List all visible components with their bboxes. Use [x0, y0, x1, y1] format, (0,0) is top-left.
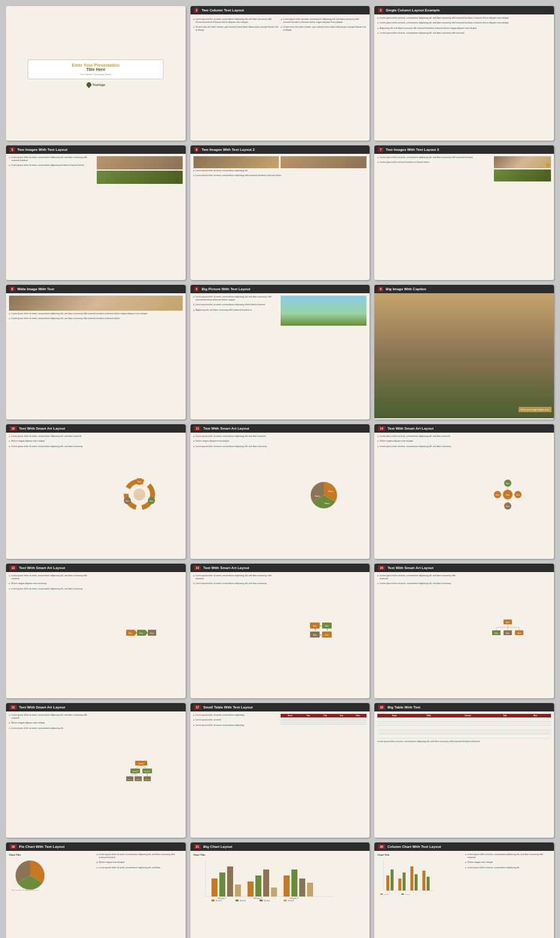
- text-area: •Lorem ipsum dolor sit amet, consectetue…: [193, 169, 367, 180]
- slide-header-18: 18 Big Table With Text: [374, 703, 554, 711]
- bullet-item: •Lorem ipsum dolor sit amet, consectetue…: [377, 22, 551, 26]
- svg-text:Level 3: Level 3: [145, 779, 150, 781]
- pie-chart-svg: ■ Series1 ■ Series2 ■ Series3 ■ Series4: [9, 857, 51, 894]
- flower-icon: [546, 163, 550, 167]
- bullet-item: •Lorem ipsum dolor sit amet tincidunt ut…: [377, 161, 492, 165]
- svg-text:Series1: Series1: [216, 900, 222, 902]
- smart-art: Level 1 Level 2 Level 2 Level 3 Level 3: [97, 714, 183, 834]
- slide-body-19: Chart Title ■ Series1 ■ Series2 ■ Series…: [6, 851, 186, 938]
- caption-overlay: Enter your image caption here: [519, 407, 552, 412]
- slide-title-21: Column Chart With Text Layout: [388, 845, 441, 848]
- bullet-item: •Lorem ipsum dolor sit amet, consectetue…: [97, 853, 183, 860]
- big-table: Enter Table Column Title Here: [377, 714, 551, 739]
- bullet-item: •Lorem ipsum dolor sit amet, consectetue…: [9, 714, 95, 721]
- bullet-item: •Adipiscing elit, sed diam nonummy nibh …: [193, 309, 279, 313]
- svg-rect-108: [398, 879, 401, 891]
- svg-text:Here: Here: [496, 494, 500, 496]
- radial-diagram: Here Here Here Here Here: [492, 478, 525, 511]
- slide-title-7: Wide Image With Text: [17, 287, 54, 291]
- bullet-item: •Lorem ipsum dolor sit amet, consectetue…: [465, 853, 551, 860]
- slide-body-16: •Lorem ipsum dolor sit amet, consectetue…: [6, 711, 186, 836]
- slide-body-6: •Lorem ipsum dolor sit amet, consectetue…: [374, 154, 554, 279]
- text-col: •Lorem ipsum dolor sit amet, consectetue…: [377, 574, 463, 695]
- image-1: [193, 156, 279, 168]
- bullet-item: •Lorem ipsum dolor sit amet, consectetue…: [193, 174, 367, 178]
- slide-number-15: 15: [378, 565, 385, 570]
- bullet-item: •Dolore magna aliquam erat volutpat.: [9, 722, 95, 726]
- text-col: •Lorem ipsum dolor sit amet, consectetue…: [97, 853, 183, 894]
- slide-number-16: 12: [10, 705, 17, 710]
- svg-text:Here: Here: [128, 632, 132, 635]
- svg-line-65: [135, 766, 141, 769]
- table-row: [377, 722, 551, 726]
- svg-text:Series3: Series3: [264, 900, 270, 902]
- svg-text:Category 1: Category 1: [217, 897, 226, 900]
- bullet-item: •Adipiscing elit, sed diam nonummy nibh …: [377, 27, 551, 31]
- bullet-item: •Lorem ipsum dolor sit amet, consectetue…: [193, 714, 279, 718]
- bullet-item: •Lorem ipsum dolor sit amet, consectetue…: [377, 435, 463, 439]
- svg-rect-99: [284, 900, 287, 901]
- bullet-item: •Ut wisi enim ad minim veniam, quis nost…: [281, 26, 367, 33]
- slide-body-2: •Lorem ipsum dolor sit amet, consectetue…: [190, 14, 370, 139]
- image-1: [97, 156, 183, 169]
- svg-text:■ Series1  ■ Series2  ■ Series: ■ Series1 ■ Series2 ■ Series3 ■ Series4: [12, 889, 39, 891]
- smart-art: Here Here Here Here: [465, 574, 551, 695]
- slide-header-19: 19 Pie Chart With Text Layout: [6, 842, 186, 851]
- slide-header-9: 9 Big Image With Caption: [374, 285, 554, 293]
- svg-rect-87: [263, 869, 269, 897]
- bullet-item: •Lorem ipsum dolor sit amet, consectetue…: [193, 296, 279, 303]
- svg-text:Here: Here: [137, 481, 141, 483]
- svg-rect-86: [255, 876, 261, 897]
- svg-text:Here: Here: [506, 505, 510, 508]
- bullet-item: •Dolore magna aliquam erat volutpat.: [9, 440, 95, 444]
- slide-number-12: 14: [378, 426, 385, 431]
- slide-6: 7 Two Images With Text Layout 3 •Lorem i…: [374, 145, 554, 280]
- slide-title-4: Two Images With Text Layout: [17, 148, 67, 151]
- content-grid: Chart Title Series 1: [377, 853, 551, 897]
- smart-art: Here Here Here Here Here: [465, 435, 551, 555]
- svg-text:Here: Here: [149, 500, 153, 502]
- bullet-item: •Lorem ipsum dolor sit amet, consectetue…: [9, 164, 95, 168]
- bullet-item: •Lorem ipsum dolor sit amet, consectetue…: [377, 582, 463, 586]
- svg-text:Here: Here: [506, 483, 510, 485]
- levels-diagram: Level 1 Level 2 Level 2 Level 3 Level 3: [123, 759, 156, 789]
- slide-title-15: Text With Smart Art Layout: [388, 566, 434, 570]
- svg-line-75: [130, 773, 135, 776]
- bullet-item: •Lorem ipsum dolor sit amet, consectetue…: [9, 156, 95, 163]
- svg-text:Series 1: Series 1: [384, 894, 390, 895]
- bullet-item: •Lorem ipsum dolor sit amet, consectetue…: [281, 18, 367, 25]
- big-bar-chart: Series1 Series2 Series3 Series4 Category…: [193, 857, 338, 903]
- bullet-item: •Lorem ipsum dolor sit amet, consectetue…: [193, 724, 279, 728]
- svg-marker-30: [145, 630, 148, 636]
- pie-diagram: Here Here Here: [309, 480, 339, 510]
- slide-title-2: Two Column Text Layout: [201, 8, 243, 12]
- svg-rect-93: [212, 900, 215, 901]
- slide-number-21: 20: [378, 844, 385, 849]
- slide-number-9: 9: [378, 287, 383, 291]
- smart-art: Here Here Here: [281, 435, 367, 555]
- two-col-2: •Lorem ipsum dolor sit amet, consectetue…: [193, 18, 367, 34]
- slide-body-5: •Lorem ipsum dolor sit amet, consectetue…: [190, 154, 370, 279]
- content: •Lorem ipsum dolor sit amet, consectetue…: [193, 156, 367, 180]
- slide-title-5: Two Images With Text Layout 2: [201, 148, 254, 151]
- svg-text:Here: Here: [150, 632, 154, 635]
- chart-title: Chart Title: [377, 853, 463, 856]
- slide-1: Enter Your Presentation Title Here Your …: [6, 6, 186, 141]
- svg-text:Category 2: Category 2: [253, 897, 262, 900]
- slide-number-7: 8: [10, 287, 15, 291]
- slide-header-16: 12 Text With Smart Art Layout: [6, 703, 186, 711]
- smart-art: Here Here Here Here: [281, 574, 367, 695]
- svg-rect-116: [401, 894, 404, 895]
- bullet-item: •Lorem ipsum dolor sit amet, consectetue…: [193, 303, 279, 308]
- bullet-item: •Lorem ipsum dolor sit amet, consectetue…: [9, 435, 95, 439]
- logo-icon: [85, 81, 92, 88]
- smart-art: Here Here Here: [97, 574, 183, 695]
- slide-7: 8 Wide Image With Text •Lorem ipsum dolo…: [6, 285, 186, 419]
- image-2: [97, 171, 183, 184]
- svg-text:Category 3: Category 3: [289, 897, 298, 900]
- svg-text:Here: Here: [505, 621, 510, 624]
- slide-header-3: 2 Single Column Layout Example: [374, 6, 554, 14]
- bullet-item: •Lorem ipsum dolor sit amet, consectetue…: [377, 574, 463, 582]
- slide-18: 18 Big Table With Text Enter Table Colum…: [374, 703, 554, 838]
- text-col: •Lorem ipsum dolor sit amet, consectetue…: [465, 853, 551, 897]
